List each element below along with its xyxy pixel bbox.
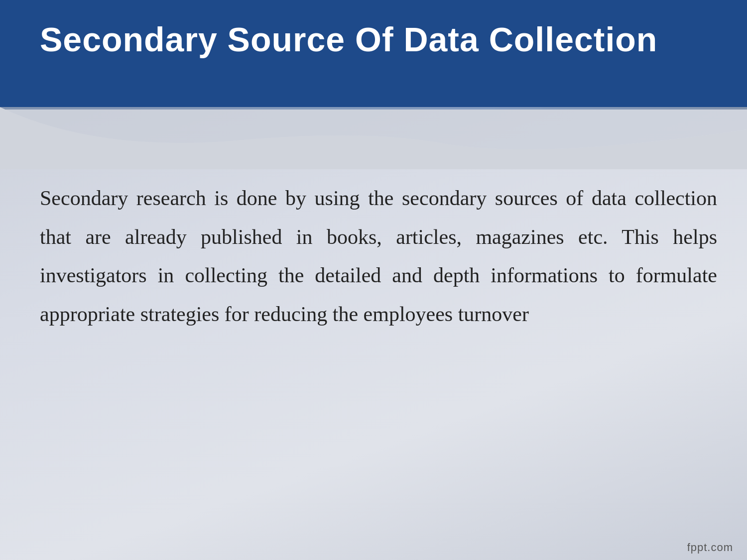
slide: Secondary Source Of Data Collection Seco…	[0, 0, 747, 560]
body-text: Secondary research is done by using the …	[40, 179, 717, 334]
body-content: Secondary research is done by using the …	[40, 169, 717, 520]
watermark: fppt.com	[687, 541, 733, 554]
slide-title: Secondary Source Of Data Collection	[40, 20, 707, 59]
